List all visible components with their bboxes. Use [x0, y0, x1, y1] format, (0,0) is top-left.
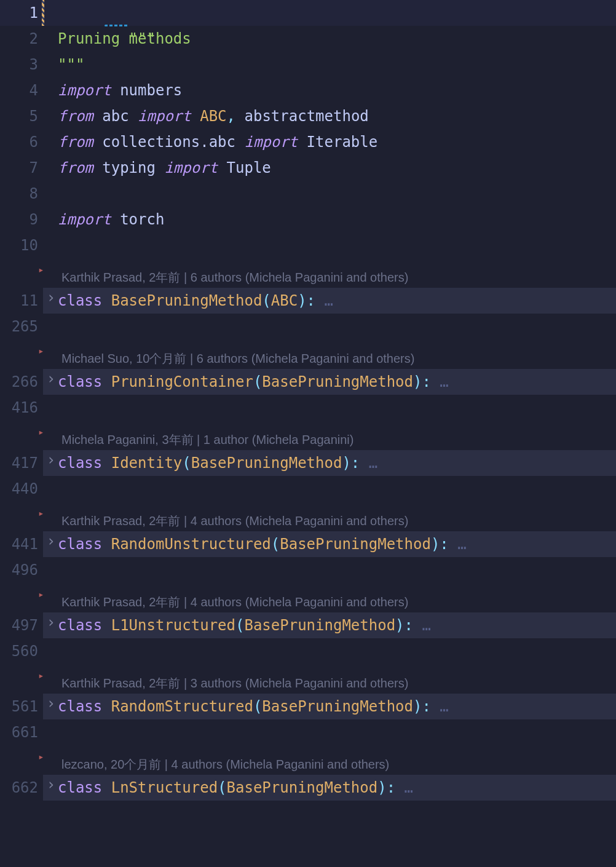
class-name: Identity — [111, 454, 183, 472]
code-line-folded[interactable]: 662›class LnStructured(BasePruningMethod… — [0, 775, 616, 801]
line-number: 6 — [30, 133, 38, 151]
fold-ellipsis[interactable]: … — [360, 454, 377, 472]
code-line[interactable]: 2 Pruning methods — [0, 26, 616, 52]
keyword-class: class — [58, 373, 102, 390]
line-number: 441 — [12, 536, 38, 553]
paren-close: ) — [395, 617, 404, 634]
code-line-folded[interactable]: 11›class BasePruningMethod(ABC): … — [0, 288, 616, 314]
docstring-close: """ — [58, 56, 84, 73]
comma: , — [227, 108, 235, 125]
import-name: ABC — [200, 108, 226, 125]
code-lens[interactable]: Michael Suo, 10个月前 | 6 authors (Michela … — [43, 348, 414, 369]
fold-ellipsis[interactable]: … — [395, 779, 413, 796]
line-number: 7 — [30, 159, 38, 176]
code-line[interactable]: 8 — [0, 181, 616, 207]
keyword-class: class — [58, 698, 102, 715]
code-line[interactable]: 661 — [0, 719, 616, 745]
base-class: ABC — [271, 292, 298, 309]
code-line[interactable]: 265 — [0, 314, 616, 339]
paren-close: ) — [377, 779, 386, 796]
fold-arrow-icon[interactable]: › — [45, 288, 57, 307]
line-number: 496 — [12, 561, 38, 579]
code-line[interactable]: 5 from abc import ABC, abstractmethod — [0, 103, 616, 129]
fold-ellipsis[interactable]: … — [431, 373, 449, 390]
code-line[interactable]: 1 """ — [0, 0, 616, 26]
fold-arrow-icon[interactable]: › — [45, 612, 57, 632]
base-class: BasePruningMethod — [280, 536, 431, 553]
paren-open: ( — [182, 454, 191, 472]
code-line[interactable]: 4 import numbers — [0, 77, 616, 103]
keyword-from: from — [58, 159, 93, 176]
paren-open: ( — [218, 779, 226, 796]
module-name: abc — [102, 108, 128, 125]
code-line[interactable]: 440 — [0, 476, 616, 502]
module-name: numbers — [120, 82, 182, 99]
line-number: 416 — [12, 399, 38, 416]
class-name: RandomStructured — [111, 698, 253, 715]
fold-ellipsis[interactable]: … — [413, 617, 431, 634]
code-line[interactable]: 560 — [0, 638, 616, 664]
fold-arrow-icon[interactable]: › — [45, 369, 57, 389]
keyword-import: import — [138, 108, 191, 125]
code-line-folded[interactable]: 561›class RandomStructured(BasePruningMe… — [0, 694, 616, 719]
keyword-from: from — [58, 108, 93, 125]
code-line[interactable]: 9 import torch — [0, 207, 616, 232]
code-line-folded[interactable]: 266›class PruningContainer(BasePruningMe… — [0, 369, 616, 395]
colon: : — [422, 698, 430, 715]
colon: : — [387, 779, 395, 796]
code-line-folded[interactable]: 497›class L1Unstructured(BasePruningMeth… — [0, 612, 616, 638]
code-line[interactable]: 416 — [0, 395, 616, 421]
code-editor[interactable]: 1 """ 2 Pruning methods 3 """ 4 import n… — [0, 0, 616, 801]
paren-close: ) — [431, 536, 440, 553]
fold-arrow-icon[interactable]: › — [45, 531, 57, 551]
code-line[interactable]: 496 — [0, 557, 616, 583]
code-lens[interactable]: lezcano, 20个月前 | 4 authors (Michela Paga… — [43, 754, 389, 775]
code-line[interactable]: 3 """ — [0, 52, 616, 77]
colon: : — [307, 292, 315, 309]
code-line-folded[interactable]: 417›class Identity(BasePruningMethod): … — [0, 450, 616, 476]
keyword-class: class — [58, 536, 102, 553]
fold-ellipsis[interactable]: … — [431, 698, 449, 715]
line-number: 266 — [12, 373, 38, 390]
line-number: 4 — [30, 82, 38, 99]
colon: : — [405, 617, 413, 634]
fold-ellipsis[interactable]: … — [315, 292, 333, 309]
paren-open: ( — [235, 617, 244, 634]
line-number: 8 — [30, 185, 38, 202]
code-lens[interactable]: Karthik Prasad, 2年前 | 3 authors (Michela… — [43, 673, 408, 694]
colon: : — [440, 536, 448, 553]
fold-arrow-icon[interactable]: › — [45, 775, 57, 794]
keyword-import: import — [164, 159, 218, 176]
fold-arrow-icon[interactable]: › — [45, 450, 57, 470]
base-class: BasePruningMethod — [244, 617, 395, 634]
line-number: 2 — [30, 30, 38, 47]
line-number: 661 — [12, 724, 38, 741]
keyword-import: import — [58, 82, 111, 99]
fold-arrow-icon[interactable]: › — [45, 694, 57, 713]
code-line[interactable]: 7 from typing import Tuple — [0, 155, 616, 181]
line-number: 662 — [12, 779, 38, 796]
paren-close: ) — [413, 373, 422, 390]
code-lens[interactable]: Michela Paganini, 3年前 | 1 author (Michel… — [43, 429, 353, 450]
code-line-folded[interactable]: 441›class RandomUnstructured(BasePruning… — [0, 531, 616, 557]
code-lens[interactable]: Karthik Prasad, 2年前 | 6 authors (Michela… — [43, 267, 408, 288]
code-lens[interactable]: Karthik Prasad, 2年前 | 4 authors (Michela… — [43, 592, 408, 612]
module-name: collections.abc — [102, 133, 235, 151]
colon: : — [422, 373, 430, 390]
fold-ellipsis[interactable]: … — [449, 536, 467, 553]
line-number: 560 — [12, 643, 38, 660]
code-line[interactable]: 10 — [0, 232, 616, 258]
line-number: 5 — [30, 108, 38, 125]
keyword-class: class — [58, 292, 102, 309]
paren-close: ) — [413, 698, 422, 715]
paren-open: ( — [262, 292, 270, 309]
keyword-from: from — [58, 133, 93, 151]
keyword-import: import — [58, 211, 111, 228]
module-name: typing — [102, 159, 156, 176]
module-name: torch — [120, 211, 164, 228]
class-name: BasePruningMethod — [111, 292, 263, 309]
class-name: RandomUnstructured — [111, 536, 271, 553]
code-line[interactable]: 6 from collections.abc import Iterable — [0, 129, 616, 155]
line-number: 3 — [30, 56, 38, 73]
code-lens[interactable]: Karthik Prasad, 2年前 | 4 authors (Michela… — [43, 510, 408, 531]
